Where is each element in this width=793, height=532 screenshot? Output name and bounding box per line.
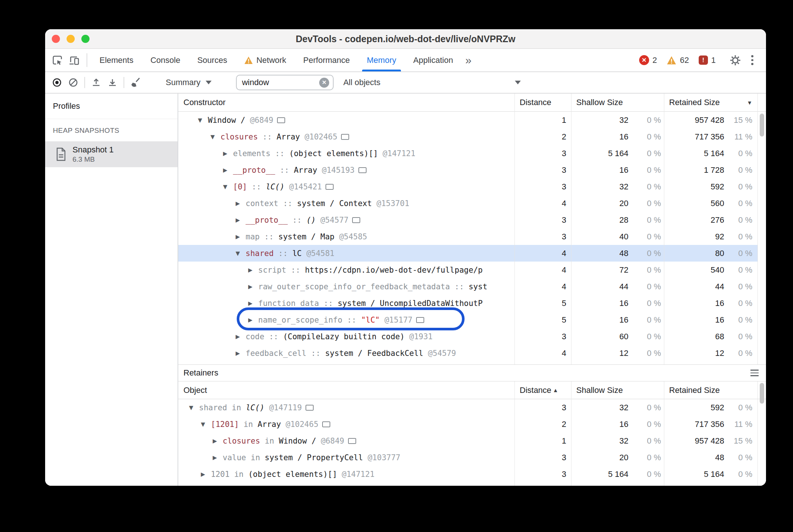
constructor-row[interactable]: ▶map :: system / Map @545853400 %920 % xyxy=(178,228,766,245)
inspect-element-icon[interactable] xyxy=(49,49,66,71)
tab-network[interactable]: Network xyxy=(236,49,295,71)
constructor-row[interactable]: ▶code :: (CompileLazy builtin code) @193… xyxy=(178,328,766,345)
error-badge[interactable]: ✕ 2 xyxy=(639,55,657,65)
save-profile-button[interactable] xyxy=(88,74,104,91)
column-header-distance[interactable]: Distance ▲ xyxy=(514,385,571,395)
reveal-object-icon[interactable] xyxy=(306,405,314,411)
delete-all-profiles-icon[interactable] xyxy=(127,74,144,91)
collapse-arrow-icon[interactable]: ▼ xyxy=(201,421,211,428)
expand-arrow-icon[interactable]: ▶ xyxy=(213,454,223,461)
expand-arrow-icon[interactable]: ▶ xyxy=(236,233,246,240)
reveal-object-icon[interactable] xyxy=(277,117,285,123)
expand-arrow-icon[interactable]: ▶ xyxy=(248,267,258,273)
tab-application[interactable]: Application xyxy=(405,49,462,71)
expand-arrow-icon[interactable]: ▶ xyxy=(201,471,211,478)
column-header-shallow-size[interactable]: Shallow Size xyxy=(571,98,664,107)
expand-arrow-icon[interactable]: ▶ xyxy=(236,217,246,223)
collapse-arrow-icon[interactable]: ▼ xyxy=(223,183,233,190)
expand-arrow-icon[interactable]: ▶ xyxy=(248,300,258,307)
search-clear-icon[interactable]: ✕ xyxy=(319,78,329,88)
more-options-icon[interactable] xyxy=(744,49,761,71)
collapse-arrow-icon[interactable]: ▼ xyxy=(210,134,220,140)
chevron-down-icon xyxy=(515,81,521,84)
constructor-row[interactable]: ▶__proto__ :: () @545773280 %2760 % xyxy=(178,212,766,228)
expand-arrow-icon[interactable]: ▶ xyxy=(248,283,258,290)
take-snapshot-button[interactable] xyxy=(49,74,65,91)
error-icon: ✕ xyxy=(639,55,649,65)
reveal-object-icon[interactable] xyxy=(348,438,356,444)
retained-size-percent: 0 % xyxy=(724,232,757,242)
zoom-window-button[interactable] xyxy=(81,35,90,43)
constructor-row[interactable]: ▶context :: system / Context @1537014200… xyxy=(178,195,766,212)
reveal-object-icon[interactable] xyxy=(352,217,360,223)
reveal-object-icon[interactable] xyxy=(325,184,334,190)
expand-arrow-icon[interactable]: ▶ xyxy=(236,333,246,340)
retainer-row[interactable]: ▶1201 in (object elements)[] @14712135 1… xyxy=(178,466,766,482)
settings-gear-icon[interactable] xyxy=(727,49,744,71)
retainer-row[interactable]: ▶closures in Window / @68491320 %957 428… xyxy=(178,432,766,449)
constructor-row[interactable]: ▼closures :: Array @1024652160 %717 3561… xyxy=(178,128,766,145)
constructor-row[interactable]: ▶raw_outer_scope_info_or_feedback_metada… xyxy=(178,278,766,295)
retainer-row[interactable]: ▶value in system / PropertyCell @1037773… xyxy=(178,449,766,466)
column-header-shallow-size[interactable]: Shallow Size xyxy=(571,385,664,395)
collapse-arrow-icon[interactable]: ▼ xyxy=(236,250,246,257)
node-label-cell: ▶map :: system / Map @54585 xyxy=(178,232,514,241)
retained-size-cell: 680 % xyxy=(664,332,757,341)
constructor-row[interactable]: ▶feedback_cell :: system / FeedbackCell … xyxy=(178,345,766,361)
constructor-row[interactable]: ▼[0] :: lC() @1454213320 %5920 % xyxy=(178,178,766,195)
expand-arrow-icon[interactable]: ▶ xyxy=(223,167,233,174)
expand-arrow-icon[interactable]: ▶ xyxy=(236,200,246,207)
expand-arrow-icon[interactable]: ▶ xyxy=(236,350,246,357)
scrollbar-thumb[interactable] xyxy=(760,114,764,137)
column-header-constructor[interactable]: Constructor xyxy=(178,98,514,107)
tab-console[interactable]: Console xyxy=(142,49,189,71)
class-filter-box[interactable]: ✕ xyxy=(236,75,334,90)
object-filter-select[interactable]: All objects xyxy=(343,78,523,87)
distance-value: 3 xyxy=(514,149,571,158)
retainer-row[interactable]: ▼shared in lC() @1471193320 %5920 % xyxy=(178,399,766,416)
device-toolbar-icon[interactable] xyxy=(66,49,83,71)
reveal-object-icon[interactable] xyxy=(358,167,367,173)
constructor-row[interactable]: ▼shared :: lC @545814480 %800 % xyxy=(178,245,766,262)
expand-arrow-icon[interactable]: ▶ xyxy=(223,150,233,157)
constructor-row[interactable]: ▶name_or_scope_info :: "lC" @151775160 %… xyxy=(178,312,766,328)
window-titlebar[interactable]: DevTools - codepen.io/web-dot-dev/live/o… xyxy=(45,29,766,49)
constructor-table: Constructor Distance Shallow Size Retain… xyxy=(178,94,766,364)
issues-badge[interactable]: ! 1 xyxy=(699,55,716,65)
close-window-button[interactable] xyxy=(52,35,60,43)
expand-arrow-icon[interactable]: ▶ xyxy=(213,438,223,444)
class-filter-input[interactable] xyxy=(242,78,316,87)
retainers-menu-icon[interactable] xyxy=(750,370,759,376)
reveal-object-icon[interactable] xyxy=(322,421,330,427)
scrollbar-thumb[interactable] xyxy=(760,383,764,404)
constructor-row[interactable]: ▶function_data :: system / UncompiledDat… xyxy=(178,295,766,312)
profile-view-select[interactable]: Summary xyxy=(166,78,212,87)
column-header-object[interactable]: Object xyxy=(178,385,514,395)
collapse-arrow-icon[interactable]: ▼ xyxy=(189,404,199,411)
reveal-object-icon[interactable] xyxy=(341,134,349,140)
retained-size-value: 592 xyxy=(664,182,724,192)
more-tabs-button[interactable]: » xyxy=(462,49,475,71)
snapshot-item[interactable]: Snapshot 1 6.3 MB xyxy=(45,141,178,167)
tab-sources[interactable]: Sources xyxy=(189,49,236,71)
column-header-distance[interactable]: Distance xyxy=(514,98,571,107)
constructor-row[interactable]: ▶script :: https://cdpn.io/web-dot-dev/f… xyxy=(178,262,766,278)
constructor-row[interactable]: ▼Window / @68491320 %957 42815 % xyxy=(178,112,766,128)
tab-elements[interactable]: Elements xyxy=(91,49,142,71)
expand-arrow-icon[interactable]: ▶ xyxy=(248,317,258,323)
constructor-row[interactable]: ▶elements :: (object elements)[] @147121… xyxy=(178,145,766,162)
warning-badge[interactable]: 62 xyxy=(667,55,689,65)
column-header-retained-size[interactable]: Retained Size xyxy=(664,385,757,395)
minimize-window-button[interactable] xyxy=(67,35,75,43)
tab-performance[interactable]: Performance xyxy=(295,49,358,71)
constructor-row[interactable]: ▶__proto__ :: Array @1451933160 %1 7280 … xyxy=(178,162,766,178)
load-profile-button[interactable] xyxy=(104,74,121,91)
collapse-arrow-icon[interactable]: ▼ xyxy=(198,117,208,124)
tab-memory[interactable]: Memory xyxy=(358,49,405,71)
retainers-header-bar: Retainers xyxy=(178,364,766,381)
column-header-retained-size[interactable]: Retained Size ▼ xyxy=(664,98,757,107)
retainer-row[interactable]: ▼[1201] in Array @1024652160 %717 35611 … xyxy=(178,416,766,432)
reveal-object-icon[interactable] xyxy=(416,317,424,323)
clear-profiles-button[interactable] xyxy=(65,74,81,91)
tabbar-tabs: ElementsConsoleSourcesNetworkPerformance… xyxy=(91,49,462,71)
